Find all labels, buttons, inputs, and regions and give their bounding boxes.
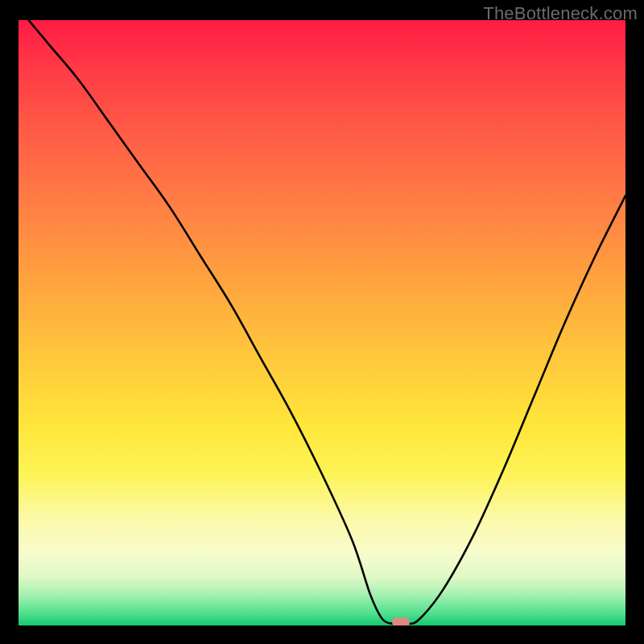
optimal-marker (392, 617, 410, 625)
watermark-text: TheBottleneck.com (483, 3, 638, 24)
plot-area (19, 20, 625, 625)
bottleneck-curve (19, 20, 625, 625)
chart-frame: TheBottleneck.com (0, 0, 644, 644)
curve-path (19, 20, 625, 625)
